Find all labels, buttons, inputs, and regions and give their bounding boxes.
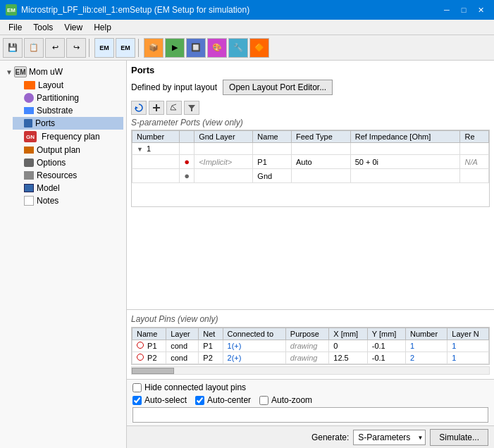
table-row[interactable]: P1 cond P1 1(+) drawing 0 -0.1 1 1 bbox=[132, 340, 489, 352]
auto-select-checkbox[interactable] bbox=[132, 396, 142, 405]
root-label: Mom uW bbox=[29, 67, 63, 77]
undo-button[interactable]: ↩ bbox=[45, 38, 65, 58]
col-expand bbox=[180, 131, 194, 143]
maximize-button[interactable]: □ bbox=[456, 3, 471, 17]
content-area: Ports Defined by input layout Open Layou… bbox=[127, 61, 494, 448]
minimize-button[interactable]: ─ bbox=[439, 3, 455, 17]
toolbar-btn-5[interactable]: 🔲 bbox=[186, 38, 206, 58]
window-controls: ─ □ ✕ bbox=[439, 3, 488, 17]
main-toolbar: 💾 📋 ↩ ↪ EM EM 📦 ▶ 🔲 🎨 🔧 🔶 bbox=[0, 35, 494, 61]
sidebar-label-substrate: Substrate bbox=[37, 106, 73, 116]
port-number-cell: ▼ 1 bbox=[132, 143, 180, 155]
child-icon-cell: ● bbox=[180, 155, 194, 169]
sidebar-item-notes[interactable]: Notes bbox=[13, 194, 123, 207]
generate-select[interactable]: S-Parameters Y-Parameters Z-Parameters bbox=[353, 430, 426, 445]
sidebar-item-layout[interactable]: Layout bbox=[13, 79, 123, 92]
horizontal-scrollbar[interactable] bbox=[131, 366, 490, 375]
copy-button[interactable]: 📋 bbox=[24, 38, 44, 58]
port-re-cell bbox=[460, 143, 489, 155]
lp-row1-connected: 1(+) bbox=[223, 340, 285, 352]
table-row[interactable]: ● <Implicit> P1 Auto 50 + 0i N/A bbox=[132, 155, 489, 169]
menu-file[interactable]: File bbox=[3, 21, 27, 34]
bottom-text-input[interactable] bbox=[132, 407, 488, 423]
auto-zoom-checkbox[interactable] bbox=[259, 396, 268, 405]
lp-col-connected: Connected to bbox=[223, 328, 285, 340]
layout-pins-table: Name Layer Net Connected to Purpose X [m… bbox=[132, 328, 489, 364]
table-row[interactable]: P2 cond P2 2(+) drawing 12.5 -0.1 2 1 bbox=[132, 352, 489, 364]
defined-row: Defined by input layout Open Layout Port… bbox=[131, 80, 490, 95]
sidebar-item-frequency[interactable]: GN Frequency plan bbox=[13, 130, 123, 144]
auto-center-checkbox[interactable] bbox=[195, 396, 204, 405]
lp-row1-number: 1 bbox=[405, 340, 447, 352]
sidebar-item-partitioning[interactable]: Partitioning bbox=[13, 92, 123, 104]
lp-row2-number: 2 bbox=[405, 352, 447, 364]
lp-row1-net: P1 bbox=[199, 340, 223, 352]
toolbar-btn-7[interactable]: 🔧 bbox=[228, 38, 248, 58]
gnd-number-cell bbox=[132, 169, 180, 183]
open-layout-port-editor-button[interactable]: Open Layout Port Editor... bbox=[223, 80, 333, 95]
sidebar-label-model: Model bbox=[37, 183, 60, 193]
sidebar-item-model[interactable]: Model bbox=[13, 182, 123, 194]
sparameter-label: S-parameter Ports (view only) bbox=[131, 118, 490, 127]
simulate-button[interactable]: Simulate... bbox=[430, 429, 488, 446]
refresh-button[interactable] bbox=[131, 101, 147, 115]
lp-row1-purpose: drawing bbox=[285, 340, 328, 352]
redo-button[interactable]: ↪ bbox=[66, 38, 86, 58]
minus-icon: ● bbox=[184, 170, 190, 181]
toolbar-btn-8[interactable]: 🔶 bbox=[249, 38, 269, 58]
save-button[interactable]: 💾 bbox=[3, 38, 23, 58]
sidebar-label-ports: Ports bbox=[35, 118, 55, 128]
svg-marker-0 bbox=[135, 106, 138, 109]
toolbar-separator-1 bbox=[89, 39, 92, 57]
sidebar-children: Layout Partitioning Substrate bbox=[3, 79, 123, 207]
ports-title: Ports bbox=[131, 65, 490, 75]
app-icon: EM bbox=[6, 4, 17, 15]
sidebar-item-ports[interactable]: Ports bbox=[13, 117, 123, 130]
sidebar-item-resources[interactable]: Resources bbox=[13, 169, 123, 182]
table-row[interactable]: ▼ 1 bbox=[132, 143, 489, 155]
title-bar: EM Microstrip_LPF_lib:cell_1:emSetup (EM… bbox=[0, 0, 494, 20]
sidebar-label-layout: Layout bbox=[38, 80, 63, 90]
child-gnd-cell: <Implicit> bbox=[194, 155, 253, 169]
lp-row1-x: 0 bbox=[329, 340, 367, 352]
child-name-cell: P1 bbox=[253, 155, 292, 169]
gnd-gnd-cell bbox=[194, 169, 253, 183]
child-imp-cell: 50 + 0i bbox=[350, 155, 460, 169]
close-button[interactable]: ✕ bbox=[473, 3, 488, 17]
lp-col-name: Name bbox=[132, 328, 166, 340]
child-re-cell: N/A bbox=[460, 155, 489, 169]
sidebar-root-item[interactable]: ▼ EM Mom uW bbox=[3, 65, 123, 79]
hide-connected-checkbox[interactable] bbox=[132, 383, 142, 392]
layout-pins-table-wrapper[interactable]: Name Layer Net Connected to Purpose X [m… bbox=[131, 327, 490, 365]
layout-pins-section: Layout Pins (view only) Name Layer Net C… bbox=[127, 309, 494, 379]
toolbar-btn-6[interactable]: 🎨 bbox=[207, 38, 227, 58]
lp-col-y: Y [mm] bbox=[367, 328, 405, 340]
lp-row2-y: -0.1 bbox=[367, 352, 405, 364]
menu-tools[interactable]: Tools bbox=[27, 21, 58, 34]
table-row[interactable]: ● Gnd bbox=[132, 169, 489, 183]
auto-select-group: Auto-select bbox=[132, 395, 187, 405]
col-number: Number bbox=[132, 131, 180, 143]
frequency-icon: GN bbox=[24, 131, 37, 142]
add-button[interactable] bbox=[149, 101, 164, 115]
port-feed-cell bbox=[292, 143, 351, 155]
sidebar-item-substrate[interactable]: Substrate bbox=[13, 104, 123, 117]
em-button-1[interactable]: EM bbox=[94, 38, 114, 58]
menu-view[interactable]: View bbox=[58, 21, 88, 34]
sidebar-item-output[interactable]: Output plan bbox=[13, 144, 123, 156]
col-feed-type: Feed Type bbox=[292, 131, 351, 143]
filter-button[interactable] bbox=[184, 101, 199, 115]
toolbar-btn-3[interactable]: 📦 bbox=[144, 38, 163, 58]
edit-button[interactable] bbox=[166, 101, 182, 115]
svg-rect-2 bbox=[156, 104, 157, 111]
scroll-thumb bbox=[132, 368, 174, 374]
ports-icon bbox=[24, 119, 32, 127]
generate-label: Generate: bbox=[311, 433, 349, 442]
sparameter-table-wrapper[interactable]: Number Gnd Layer Name Feed Type Ref Impe… bbox=[131, 130, 490, 207]
menu-help[interactable]: Help bbox=[88, 21, 117, 34]
em-button-2[interactable]: EM bbox=[116, 38, 135, 58]
gnd-re-cell bbox=[460, 169, 489, 183]
sidebar-label-options: Options bbox=[37, 158, 66, 168]
sidebar-item-options[interactable]: Options bbox=[13, 156, 123, 169]
toolbar-btn-4[interactable]: ▶ bbox=[165, 38, 185, 58]
